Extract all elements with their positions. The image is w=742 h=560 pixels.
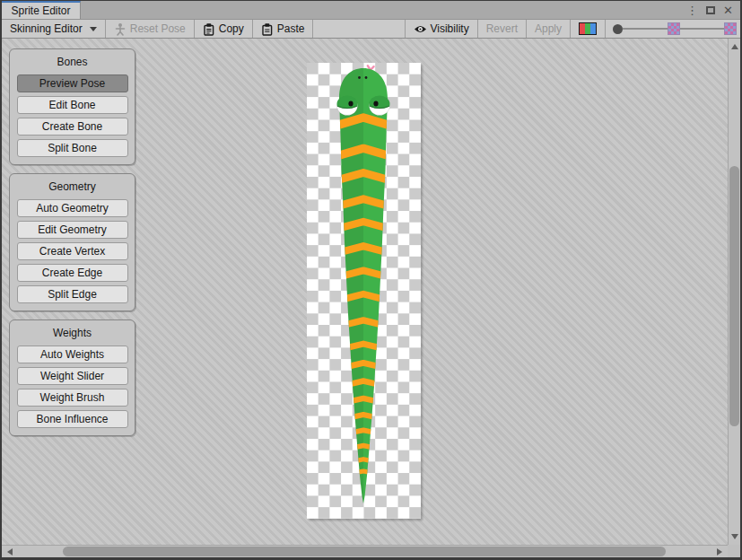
panel-title: Weights (10, 325, 135, 346)
eye-icon (414, 24, 427, 34)
panel-bones: Bones Preview PoseEdit BoneCreate BoneSp… (9, 48, 135, 165)
scroll-down-icon[interactable] (731, 534, 738, 539)
copy-icon (203, 22, 215, 36)
texture-checker-icon (724, 22, 737, 35)
paste-icon (261, 22, 274, 36)
toolbar-spacer (313, 20, 404, 38)
snake-nostril (358, 76, 361, 79)
snake-nostril (365, 76, 368, 79)
visibility-button[interactable]: Visibility (406, 20, 477, 38)
window-menu-icon[interactable]: ⋮ (686, 4, 698, 16)
edit-geometry-button[interactable]: Edit Geometry (17, 221, 128, 239)
copy-button[interactable]: Copy (195, 20, 252, 38)
copy-label: Copy (219, 22, 244, 35)
bone-influence-button[interactable]: Bone Influence (17, 410, 128, 428)
scroll-up-icon[interactable] (731, 44, 738, 49)
reset-pose-button[interactable]: Reset Pose (106, 20, 194, 38)
color-channels-button[interactable] (571, 20, 605, 38)
slider-knob[interactable] (613, 24, 623, 34)
sprite-viewport[interactable] (307, 63, 421, 519)
alpha-slider[interactable] (606, 20, 740, 38)
caret-down-icon (90, 27, 97, 31)
apply-button[interactable]: Apply (527, 20, 570, 38)
panel-button-group: Auto GeometryEdit GeometryCreate VertexC… (10, 199, 135, 303)
skinning-canvas[interactable]: Bones Preview PoseEdit BoneCreate BoneSp… (2, 39, 728, 545)
split-edge-button[interactable]: Split Edge (17, 285, 128, 303)
panel-button-group: Auto WeightsWeight SliderWeight BrushBon… (10, 346, 135, 428)
revert-label: Revert (486, 22, 518, 35)
snake-body-shading (307, 63, 363, 519)
snake-sprite-image (307, 63, 421, 519)
panel-button-group: Preview PoseEdit BoneCreate BoneSplit Bo… (10, 74, 135, 157)
maximize-icon[interactable] (706, 6, 715, 14)
skinning-editor-dropdown[interactable]: Skinning Editor (2, 20, 105, 38)
close-icon[interactable]: ✕ (723, 4, 733, 16)
pose-figure-icon (114, 22, 127, 36)
create-bone-button[interactable]: Create Bone (17, 118, 128, 136)
tab-title: Sprite Editor (11, 4, 70, 17)
slider-track[interactable] (623, 28, 668, 30)
create-vertex-button[interactable]: Create Vertex (17, 242, 128, 260)
scroll-left-icon[interactable] (7, 548, 13, 556)
weight-slider-button[interactable]: Weight Slider (17, 367, 128, 385)
revert-button[interactable]: Revert (478, 20, 526, 38)
apply-label: Apply (535, 22, 562, 35)
horizontal-scroll-thumb[interactable] (63, 547, 666, 556)
toolbar: Skinning Editor Reset Pose Copy Paste (2, 19, 740, 39)
vertical-scroll-thumb[interactable] (729, 166, 739, 426)
tab-sprite-editor[interactable]: Sprite Editor (2, 1, 81, 19)
title-bar: Sprite Editor ⋮ ✕ (2, 1, 740, 19)
reset-pose-label: Reset Pose (130, 22, 186, 35)
create-edge-button[interactable]: Create Edge (17, 264, 128, 282)
vertical-scrollbar[interactable] (728, 39, 740, 545)
auto-weights-button[interactable]: Auto Weights (17, 346, 128, 363)
panel-title: Geometry (10, 179, 135, 199)
texture-checker-icon (668, 22, 680, 35)
edit-bone-button[interactable]: Edit Bone (17, 96, 128, 114)
panel-geometry: Geometry Auto GeometryEdit GeometryCreat… (9, 173, 135, 311)
slider-track[interactable] (680, 28, 725, 30)
paste-label: Paste (277, 22, 305, 35)
scroll-right-icon[interactable] (717, 548, 722, 556)
auto-geometry-button[interactable]: Auto Geometry (17, 199, 128, 217)
rgb-swatch-icon (579, 22, 597, 35)
split-bone-button[interactable]: Split Bone (17, 139, 128, 157)
window-controls: ⋮ ✕ (686, 1, 740, 19)
visibility-label: Visibility (431, 22, 469, 35)
skinning-editor-label: Skinning Editor (10, 22, 83, 35)
preview-pose-button[interactable]: Preview Pose (17, 74, 128, 92)
panel-weights: Weights Auto WeightsWeight SliderWeight … (9, 319, 135, 436)
scrollbar-corner (728, 545, 740, 557)
paste-button[interactable]: Paste (253, 20, 313, 38)
panel-title: Bones (10, 54, 135, 74)
horizontal-scrollbar[interactable] (2, 545, 728, 557)
weight-brush-button[interactable]: Weight Brush (17, 389, 128, 407)
